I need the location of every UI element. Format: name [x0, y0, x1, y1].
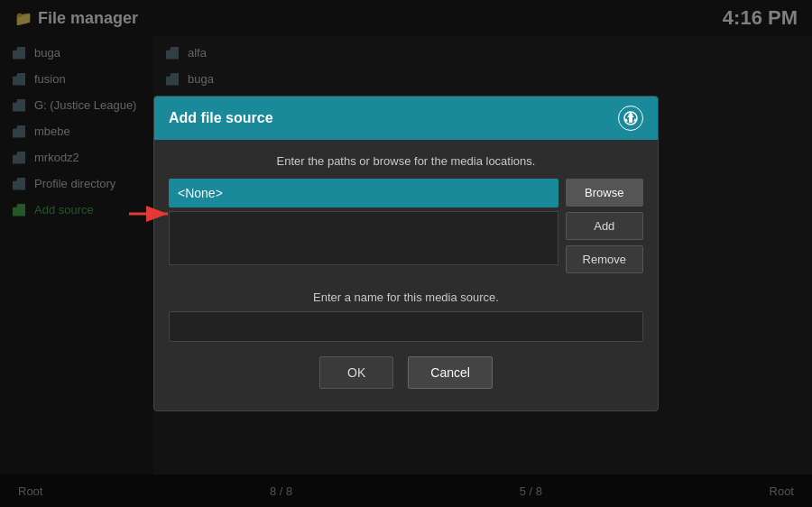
main-background: 📁 File manager 4:16 PM buga fusion G: (J… — [0, 0, 812, 507]
browse-button[interactable]: Browse — [566, 179, 643, 207]
dialog-header: Add file source — [154, 97, 658, 140]
add-button[interactable]: Add — [566, 212, 643, 240]
paths-list — [169, 179, 558, 276]
arrow-indicator — [125, 200, 174, 227]
kodi-icon — [623, 110, 639, 126]
ok-button[interactable]: OK — [319, 356, 393, 389]
dialog-body: Enter the paths or browse for the media … — [154, 140, 658, 410]
add-file-source-dialog: Add file source Enter the paths or brows… — [153, 96, 659, 411]
cancel-button[interactable]: Cancel — [408, 356, 493, 389]
modal-overlay: Add file source Enter the paths or brows… — [0, 0, 812, 507]
source-name-input[interactable] — [169, 311, 643, 342]
dialog-subtitle: Enter the paths or browse for the media … — [169, 154, 643, 168]
paths-area — [169, 211, 558, 265]
source-name-section: Enter a name for this media source. — [169, 290, 643, 342]
path-row — [169, 179, 558, 207]
path-buttons: Browse Add Remove — [566, 179, 643, 276]
path-section: Browse Add Remove — [169, 179, 643, 276]
path-input[interactable] — [169, 179, 558, 207]
dialog-close-button[interactable] — [618, 106, 643, 131]
dialog-title: Add file source — [169, 110, 273, 126]
source-name-label: Enter a name for this media source. — [169, 290, 643, 304]
dialog-footer: OK Cancel — [169, 356, 643, 396]
remove-button[interactable]: Remove — [566, 245, 643, 273]
